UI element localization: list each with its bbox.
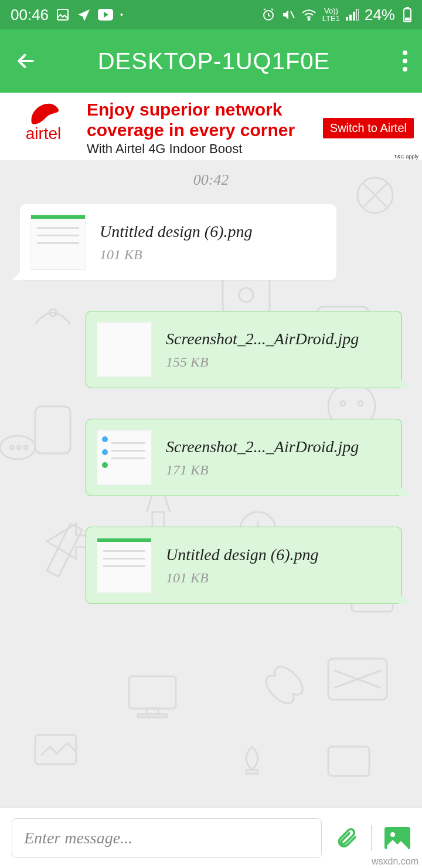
svg-rect-20: [35, 406, 70, 453]
svg-rect-11: [405, 18, 410, 21]
ad-subline: With Airtel 4G Indoor Boost: [87, 141, 318, 157]
svg-rect-6: [349, 15, 352, 21]
chat-header: DESKTOP-1UQ1F0E: [0, 29, 422, 93]
file-name: Untitled design (6).png: [100, 222, 324, 241]
svg-point-14: [403, 67, 407, 72]
svg-rect-10: [406, 7, 409, 9]
chat-timestamp: 00:42: [11, 171, 411, 189]
dot-icon: •: [120, 10, 123, 19]
svg-rect-0: [57, 9, 68, 20]
svg-rect-16: [223, 277, 270, 313]
battery-icon: [403, 7, 411, 22]
chat-title: DESKTOP-1UQ1F0E: [20, 48, 408, 74]
status-right: Vo))LTE1 24%: [261, 6, 411, 24]
svg-rect-7: [353, 12, 355, 21]
svg-point-23: [0, 436, 35, 459]
svg-point-17: [239, 288, 253, 302]
ad-headline: Enjoy superior network coverage in every…: [87, 100, 318, 140]
svg-rect-35: [246, 770, 258, 774]
svg-point-22: [358, 401, 363, 406]
signal-icon: [346, 9, 359, 21]
svg-point-12: [403, 50, 407, 55]
file-name: Screenshot_2..._AirDroid.jpg: [166, 438, 389, 456]
image-button[interactable]: [384, 827, 410, 849]
status-bar: 00:46 • Vo))LTE1 24%: [0, 0, 422, 29]
status-left: 00:46 •: [11, 6, 123, 24]
file-thumbnail: [97, 322, 152, 377]
svg-point-21: [341, 401, 345, 406]
file-thumbnail: [30, 215, 86, 270]
svg-rect-30: [129, 676, 176, 708]
svg-rect-33: [328, 659, 387, 700]
svg-rect-34: [35, 735, 76, 764]
file-name: Screenshot_2..._AirDroid.jpg: [166, 330, 389, 348]
chat-scroll-area[interactable]: 00:42 Untitled design (6).png 101 KB Scr…: [0, 158, 422, 807]
message-input[interactable]: Enter message...: [12, 818, 322, 858]
svg-rect-31: [147, 708, 158, 714]
file-size: 101 KB: [166, 570, 389, 586]
battery-percent: 24%: [365, 6, 395, 24]
file-size: 171 KB: [166, 462, 389, 478]
wifi-icon: [301, 9, 316, 21]
svg-rect-8: [356, 9, 359, 21]
ad-text-block: Enjoy superior network coverage in every…: [79, 100, 318, 157]
message-bubble[interactable]: Untitled design (6).png 101 KB: [20, 204, 336, 280]
volte-icon: Vo))LTE1: [322, 7, 340, 22]
svg-point-26: [24, 446, 28, 449]
youtube-icon: [98, 9, 113, 21]
svg-line-3: [291, 11, 294, 18]
alarm-icon: [261, 8, 275, 22]
message-bubble[interactable]: Screenshot_2..._AirDroid.jpg 155 KB: [86, 311, 402, 388]
ad-cta-button[interactable]: Switch to Airtel: [323, 118, 414, 138]
watermark: wsxdn.com: [372, 856, 418, 867]
svg-rect-36: [328, 747, 369, 776]
svg-rect-5: [346, 17, 348, 21]
file-size: 101 KB: [100, 247, 324, 263]
message-bubble[interactable]: Untitled design (6).png 101 KB: [86, 527, 402, 604]
file-thumbnail: [97, 538, 152, 593]
svg-point-38: [390, 832, 395, 837]
file-size: 155 KB: [166, 354, 389, 370]
airtel-logo-text: airtel: [26, 124, 62, 143]
input-divider: [371, 825, 372, 851]
svg-point-4: [308, 19, 309, 21]
svg-point-18: [49, 309, 56, 316]
svg-point-25: [17, 446, 21, 449]
svg-rect-32: [138, 714, 167, 717]
svg-point-24: [10, 446, 13, 449]
svg-point-13: [403, 59, 407, 63]
send-icon: [77, 8, 91, 22]
message-bubble[interactable]: Screenshot_2..._AirDroid.jpg 171 KB: [86, 419, 402, 496]
more-menu-button[interactable]: [402, 50, 408, 72]
input-bar: Enter message...: [0, 807, 422, 868]
file-thumbnail: [97, 430, 152, 485]
attach-button[interactable]: [335, 826, 358, 850]
mute-icon: [281, 8, 295, 22]
ad-banner[interactable]: airtel Enjoy superior network coverage i…: [0, 93, 422, 160]
status-time: 00:46: [11, 6, 49, 24]
file-name: Untitled design (6).png: [166, 545, 389, 564]
image-icon: [56, 8, 70, 22]
airtel-logo: airtel: [8, 100, 79, 143]
